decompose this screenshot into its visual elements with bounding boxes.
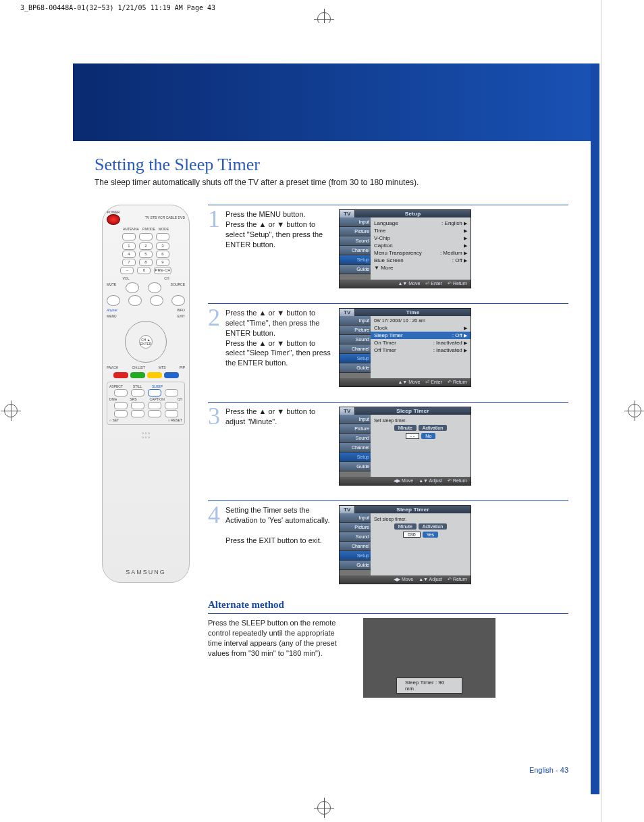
ch2-label: CH [178, 397, 182, 401]
osd-screenshot: TVSleep Timer InputPictureSoundChannelSe… [339, 505, 471, 584]
pipfav-label: PIP [180, 365, 185, 369]
reg-mark-right [628, 404, 641, 417]
source-label: SOURCE [171, 282, 185, 293]
aspect-button[interactable] [114, 389, 128, 396]
keypad-6[interactable]: 6 [156, 251, 169, 258]
menu-label: MENU [107, 314, 117, 318]
alternate-osd: Sleep Timer : 90 min [363, 618, 495, 698]
caption-label: CAPTION [150, 397, 165, 401]
ch-down[interactable] [150, 295, 163, 306]
step-2: 2Press the ▲ or ▼ button to select "Time… [208, 303, 568, 387]
vol-up[interactable] [126, 282, 139, 293]
reg-mark-bottom [317, 801, 331, 815]
step-text: Setting the Timer sets the Activation to… [225, 505, 336, 584]
step-text: Press the MENU button.Press the ▲ or ▼ b… [225, 209, 336, 288]
dnie-button[interactable] [114, 402, 128, 409]
keypad-3[interactable]: 3 [156, 242, 169, 250]
set-label: ○ SET [109, 418, 119, 422]
guideline [601, 0, 601, 822]
rew-button[interactable] [114, 410, 128, 417]
osd-screenshot: TVSleep Timer InputPictureSoundChannelSe… [339, 407, 471, 486]
still-button[interactable] [131, 389, 144, 396]
keypad-2[interactable]: 2 [139, 242, 153, 250]
vol-label: VOL [122, 276, 129, 280]
step-number: 1 [208, 209, 223, 288]
chdown2-button[interactable] [165, 402, 178, 409]
header-bar [73, 63, 599, 141]
keypad-4[interactable]: 4 [122, 251, 136, 258]
exit-label: EXIT [178, 314, 185, 318]
srs-label: SRS [130, 397, 136, 401]
dpad[interactable]: CH ▲ENTER [125, 321, 167, 363]
steps-column: 1Press the MENU button.Press the ▲ or ▼ … [208, 205, 568, 698]
prepress-header: 3_BP68-00448A-01(32~53) 1/21/05 11:19 AM… [20, 4, 215, 11]
play-button[interactable] [148, 410, 161, 417]
step-text: Press the ▲ or ▼ button to select "Time"… [225, 308, 336, 387]
sleep-button[interactable] [148, 389, 161, 396]
aspect-label: ASPECT [109, 384, 123, 388]
still-label: STILL [133, 384, 142, 388]
vol-down[interactable] [128, 295, 142, 306]
sleep-label: SLEEP [152, 384, 163, 388]
enter-label: ENTER [140, 342, 152, 346]
keypad-7[interactable]: 7 [122, 259, 136, 266]
keypad-8[interactable]: 8 [139, 259, 153, 266]
remote-column: POWER TV STB VCR CABLE DVD ANTENNA P.MOD… [95, 205, 197, 698]
reg-mark-left [4, 404, 18, 417]
alternate-title: Alternate method [208, 599, 568, 611]
reset-label: ○ RESET [168, 418, 182, 422]
antenna-label: ANTENNA [123, 227, 139, 231]
chlist-label: CH.LIST [132, 365, 145, 369]
sheet: Setting the Sleep Timer The sleep timer … [45, 23, 599, 794]
step-3: 3Press the ▲ or ▼ button to adjust "Minu… [208, 402, 568, 486]
srs-button[interactable] [131, 402, 144, 409]
remote-control: POWER TV STB VCR CABLE DVD ANTENNA P.MOD… [102, 205, 190, 583]
keypad-9[interactable]: 9 [156, 259, 169, 266]
ch-label: CH [164, 276, 169, 280]
red-button[interactable] [113, 372, 128, 378]
alternate-text: Press the SLEEP button on the remote con… [208, 618, 350, 698]
step-1: 1Press the MENU button.Press the ▲ or ▼ … [208, 205, 568, 288]
mode-label: MODE [159, 227, 169, 231]
blue-button[interactable] [164, 372, 179, 378]
keypad-1[interactable]: 1 [122, 242, 136, 250]
page-number: English - 43 [529, 766, 568, 774]
sleep-timer-strip: Sleep Timer : 90 min [396, 677, 462, 694]
keypad-PRE-CH[interactable]: PRE-CH [154, 267, 171, 274]
anynet-label: Anynet [107, 308, 117, 312]
keypad-0[interactable]: 0 [137, 267, 151, 274]
power-button[interactable] [107, 214, 120, 225]
mode-labels: TV STB VCR CABLE DVD [145, 215, 185, 220]
yellow-button[interactable] [147, 372, 162, 378]
dnie-label: DNIe [109, 397, 117, 401]
source-button[interactable] [171, 295, 185, 306]
power-label: POWER [107, 210, 120, 214]
caption-button[interactable] [148, 402, 161, 409]
step-number: 2 [208, 308, 223, 387]
color-buttons [113, 372, 179, 378]
keypad-–[interactable]: – [120, 267, 134, 274]
page-title: Setting the Sleep Timer [95, 155, 568, 175]
chup2-button[interactable] [165, 389, 178, 396]
pmode-button[interactable] [139, 233, 153, 240]
keypad-5[interactable]: 5 [139, 251, 153, 258]
green-button[interactable] [130, 372, 145, 378]
mute-label: MUTE [107, 282, 116, 293]
mts-label: MTS [159, 365, 166, 369]
ff-button[interactable] [165, 410, 178, 417]
pmode-label: P.MODE [142, 227, 155, 231]
step-number: 3 [208, 407, 223, 486]
step-text: Press the ▲ or ▼ button to adjust "Minut… [225, 407, 336, 486]
brand-label: SAMSUNG [126, 569, 166, 575]
stop-button[interactable] [131, 410, 144, 417]
enter-button[interactable]: CH ▲ENTER [139, 335, 153, 349]
osd-screenshot: TVSetup InputPictureSoundChannelSetupGui… [339, 209, 471, 288]
ch-up[interactable] [148, 282, 161, 293]
mode-button[interactable] [156, 233, 169, 240]
step-4: 4Setting the Timer sets the Activation t… [208, 500, 568, 584]
side-bar [591, 63, 599, 794]
osd-screenshot: TVTime InputPictureSoundChannelSetupGuid… [339, 308, 471, 387]
antenna-button[interactable] [122, 233, 136, 240]
favch-label: FAV.CH [107, 365, 118, 369]
mute-button[interactable] [107, 295, 120, 306]
